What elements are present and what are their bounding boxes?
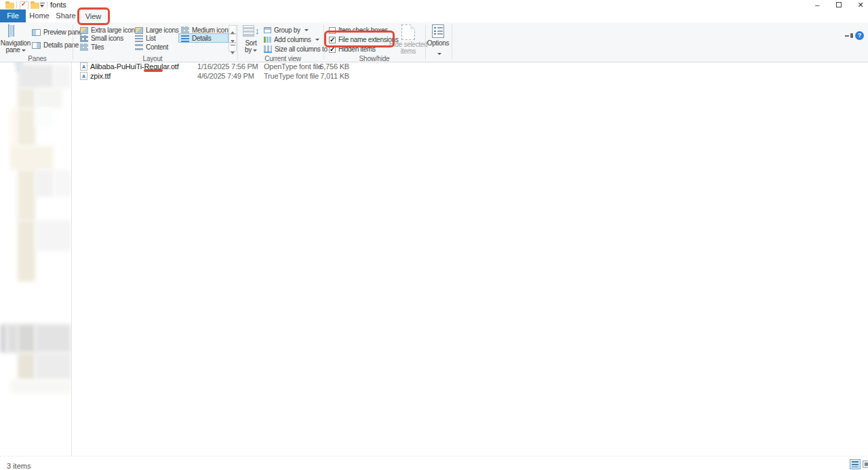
dropdown-caret-icon [315,39,319,41]
checkbox-icon[interactable] [329,37,336,43]
qat-separator [16,1,17,8]
extra-large-icons-icon [80,27,88,34]
hide-selected-items-button[interactable] [401,24,415,43]
font-file-icon: A [80,62,87,71]
tab-view[interactable]: View [80,9,106,22]
layout-small-icons[interactable]: Small icons [80,34,123,43]
details-pane-button[interactable]: Details pane [32,41,79,50]
blur-block [35,220,71,251]
checkbox-icon[interactable] [329,46,336,53]
preview-pane-button[interactable]: Preview pane [32,28,82,37]
options-button[interactable] [432,24,444,41]
ribbon-tab-bar: File Home Share View [0,9,868,22]
ribbon-view-tab-panel: Navigation pane Preview pane Details pan… [0,22,868,62]
file-name[interactable]: zpix.ttf [90,72,111,80]
blur-block [35,170,54,197]
blur-block [0,324,7,353]
layout-group-label: Layout [129,55,176,62]
tab-share[interactable]: Share [53,9,79,22]
navigation-pane-button[interactable] [8,25,24,39]
layout-details[interactable]: Details [181,34,211,43]
blur-block [18,324,35,353]
help-icon[interactable]: ? [855,31,864,40]
file-size: 7,011 KB [306,72,349,80]
item-count: 3 items [7,462,31,470]
new-folder-quick-access-icon[interactable] [31,3,39,9]
group-separator [73,24,73,60]
thumbnails-view-toggle[interactable] [863,461,868,468]
blur-block [35,109,54,128]
options-caret[interactable] [436,47,441,60]
blur-block [35,88,62,109]
group-separator [452,24,452,60]
font-file-icon: A [80,72,87,80]
file-date-modified: 1/16/2025 7:56 PM [197,62,258,71]
add-columns-icon [264,37,271,43]
sort-by-label-line2[interactable]: by [239,46,263,54]
customize-quick-access-toolbar-icon[interactable] [40,3,45,7]
tab-home[interactable]: Home [26,9,53,22]
navigation-pane-blurred [0,62,71,402]
preview-pane-icon [32,29,41,36]
layout-content[interactable]: Content [135,43,168,52]
app-folder-icon[interactable] [5,3,14,9]
file-name[interactable]: Alibaba-PuHuiTi-Regular.otf [90,62,179,71]
panes-group-label: Panes [14,55,61,62]
gallery-more-button[interactable] [229,43,237,52]
checkbox-icon[interactable] [329,27,336,34]
blur-block [7,324,18,353]
blur-block [54,170,71,197]
layout-tiles[interactable]: Tiles [80,43,104,52]
file-explorer-window: fonts – ✕ File Home Share View Navigatio… [0,0,868,470]
large-icons-icon [135,27,143,34]
details-pane-icon [32,42,41,49]
blur-block [35,324,71,353]
sort-arrow-icon: ↕ [255,26,260,36]
dropdown-caret-icon [253,50,257,52]
window-title: fonts [50,1,66,9]
tab-file[interactable]: File [0,9,26,22]
gallery-scroll-down-button[interactable] [229,34,237,43]
group-by-button[interactable]: Group by [264,26,309,35]
table-row[interactable]: A zpix.ttf 4/6/2025 7:49 PM TrueType fon… [72,72,868,81]
tiles-icon [80,43,88,51]
blur-block [54,64,71,88]
dropdown-caret-icon [22,50,26,52]
item-check-boxes-checkbox[interactable]: Item check boxes [329,26,388,35]
blur-block [10,109,18,149]
hidden-items-checkbox[interactable]: Hidden items [329,45,376,54]
dropdown-caret-icon [304,29,309,31]
gallery-scroll-up-button[interactable] [229,25,237,34]
table-row[interactable]: A Alibaba-PuHuiTi-Regular.otf 1/16/2025 … [72,62,868,72]
navigation-pane-divider [71,62,72,456]
size-all-columns-icon [264,45,272,53]
details-view-toggle[interactable] [850,459,861,469]
group-separator [323,24,324,60]
blur-block [18,170,35,220]
restore-icon [836,2,842,7]
small-icons-icon [80,35,88,42]
navigation-pane-label-line2[interactable]: pane [0,46,31,54]
medium-icons-icon [181,26,189,34]
blur-block [18,88,35,109]
group-by-icon [264,27,271,33]
layout-list[interactable]: List [135,34,155,43]
pin-ribbon-icon[interactable] [845,33,853,39]
blur-block [18,353,35,380]
navigation-pane-icon [8,24,9,37]
options-label: Options [422,39,454,47]
hide-selected-items-label-line2: items [387,47,430,55]
hide-selected-items-icon [401,24,415,40]
blur-block [10,146,54,170]
options-icon [432,24,444,38]
file-size: 6,756 KB [306,62,349,71]
show-hide-group-label: Show/hide [351,55,398,62]
details-icon [181,35,189,42]
add-columns-button[interactable]: Add columns [264,35,319,44]
sort-by-icon [243,25,254,37]
more-bar-icon [231,45,235,45]
blur-block [35,353,71,380]
blur-block [18,64,54,88]
blur-block [18,220,35,281]
sort-by-button[interactable]: ↕ [243,25,259,39]
